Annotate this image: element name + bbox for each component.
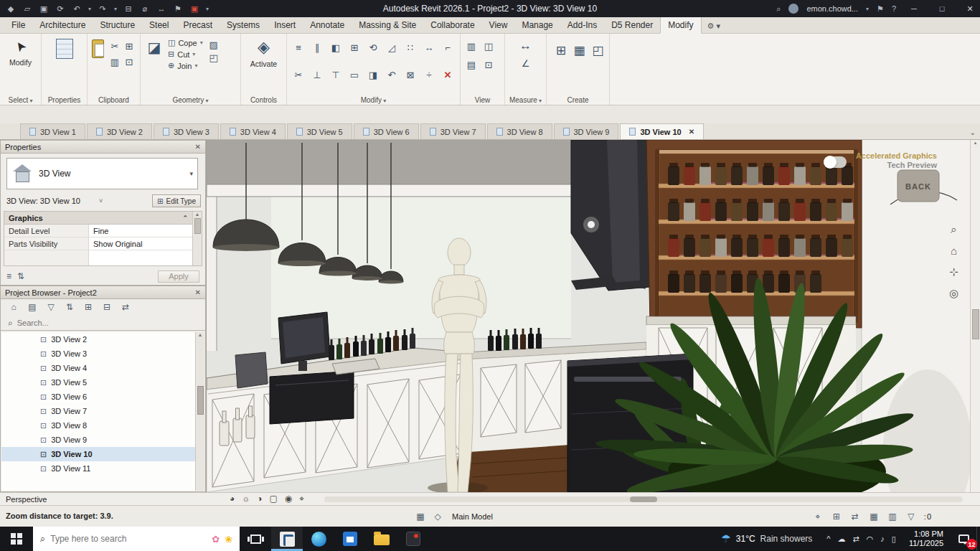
scroll-up-icon[interactable]: ▴ (974, 140, 977, 146)
design-options-icon[interactable]: ◇ (432, 511, 443, 522)
scrollbar-thumb[interactable] (972, 309, 979, 339)
tab-architecture[interactable]: Architecture (32, 17, 93, 33)
mirror-icon[interactable]: ◧ (327, 37, 344, 58)
tree-item[interactable]: ⊡3D View 4 (1, 361, 195, 375)
tab-modify[interactable]: Modify (660, 17, 701, 34)
account-dropdown-icon[interactable]: ▾ (866, 6, 869, 12)
scrollbar-thumb[interactable] (194, 218, 201, 234)
view-tab[interactable]: 3D View 2 (87, 123, 152, 139)
wifi-icon[interactable]: ◠ (867, 534, 874, 544)
battery-icon[interactable]: ▯ (892, 534, 896, 544)
unpin-icon[interactable]: ⊤ (327, 64, 344, 85)
move-icon[interactable]: ↔ (420, 37, 438, 58)
redo-dropdown-icon[interactable]: ▾ (114, 6, 117, 12)
remove-hidden-lines-icon[interactable]: ▤ (465, 58, 478, 71)
tag-icon[interactable]: ⚑ (173, 4, 183, 14)
scale-icon[interactable]: ◿ (383, 37, 400, 58)
tab-precast[interactable]: Precast (176, 17, 220, 33)
align-icon[interactable]: ≡ (290, 37, 307, 58)
properties-toggle-button[interactable] (42, 34, 87, 94)
create-group-icon[interactable]: ◰ (590, 41, 605, 60)
show-hidden-lines-icon[interactable]: ◫ (482, 39, 495, 52)
taskbar-app-edge[interactable] (303, 527, 334, 551)
close-icon[interactable]: ✕ (195, 288, 201, 296)
account-name[interactable]: emon.chowd... (806, 4, 858, 13)
demolish-icon[interactable]: ◰ (207, 51, 220, 64)
tab-collaborate[interactable]: Collaborate (423, 17, 481, 33)
select-underlay-icon[interactable]: ⊞ (831, 511, 842, 522)
task-view-button[interactable] (240, 527, 271, 551)
taskbar-app-explorer[interactable] (366, 527, 397, 551)
d5-sync-icon[interactable]: ▣ (189, 4, 199, 14)
accelerated-graphics-toggle[interactable] (824, 156, 847, 168)
qat-customize-icon[interactable]: ▾ (206, 6, 209, 12)
demolish-element-icon[interactable]: ⊠ (402, 64, 419, 85)
close-button[interactable]: ✕ (960, 0, 980, 17)
chevron-down-icon[interactable]: ▾ (189, 170, 193, 177)
select-links-icon[interactable]: ⌖ (812, 511, 824, 522)
tab-massing-site[interactable]: Massing & Site (352, 17, 423, 33)
taskbar-clock[interactable]: 1:08 PM 11/1/2025 (902, 527, 951, 551)
associate-params-icon[interactable]: ≡ (6, 271, 11, 281)
cut-geometry-icon[interactable]: ◪ (145, 38, 164, 57)
view-tab[interactable]: 3D View 7 (420, 123, 486, 139)
match-type-icon[interactable]: ▥ (108, 55, 121, 68)
sort-params-icon[interactable]: ⇅ (17, 271, 24, 281)
offset-icon[interactable]: ∥ (308, 37, 326, 58)
ribbon-options-icon[interactable]: ⚙ ▾ (707, 22, 720, 33)
pan-icon[interactable]: ⊹ (949, 265, 958, 278)
start-button[interactable] (0, 527, 33, 551)
divide-icon[interactable]: ÷ (420, 64, 438, 85)
properties-scrollbar[interactable]: ▲ (192, 212, 202, 265)
tab-file[interactable]: File (4, 17, 32, 33)
cut-icon[interactable]: ✂ (108, 39, 121, 52)
tab-manage[interactable]: Manage (514, 17, 560, 33)
maximize-button[interactable]: □ (932, 0, 952, 17)
undo-icon[interactable]: ↶ (72, 4, 82, 14)
view-tab[interactable]: 3D View 4 (220, 123, 286, 139)
taskbar-app-d5[interactable] (397, 527, 429, 551)
edit-type-button[interactable]: ⊞ Edit Type (152, 194, 201, 207)
type-selector[interactable]: 3D View ▾ (6, 158, 198, 189)
shadows-icon[interactable]: ◑ (257, 494, 262, 504)
apply-button[interactable]: Apply (158, 270, 199, 283)
wall-joins-icon[interactable]: ↶ (383, 64, 400, 85)
panel-label-measure[interactable]: Measure (505, 96, 546, 104)
measure-icon[interactable]: ⌀ (140, 4, 150, 14)
create-assembly-icon[interactable]: ▦ (573, 41, 587, 60)
collapse-all-icon[interactable]: ⊟ (101, 301, 113, 313)
view-tab[interactable]: 3D View 3 (154, 123, 219, 139)
tree-item[interactable]: ⊡3D View 7 (1, 404, 195, 418)
tree-item-selected[interactable]: ⊡3D View 10 (1, 447, 195, 461)
avatar[interactable] (788, 4, 798, 14)
collapse-icon[interactable]: ⌃ (182, 215, 188, 222)
tab-systems[interactable]: Systems (220, 17, 267, 33)
paste-icon[interactable] (92, 39, 104, 58)
onedrive-icon[interactable]: ☁ (837, 534, 845, 544)
tab-insert[interactable]: Insert (267, 17, 303, 33)
view-tab-active[interactable]: 3D View 10✕ (620, 123, 704, 139)
home-view-icon[interactable]: ⌂ (951, 245, 957, 257)
angular-dimension-icon[interactable]: ∠ (519, 57, 532, 70)
panel-label-select[interactable]: Select (0, 96, 41, 104)
scroll-up-icon[interactable]: ▲ (195, 212, 200, 217)
steering-wheel-icon[interactable]: ◎ (949, 287, 958, 300)
tree-item[interactable]: ⊡3D View 3 (1, 347, 195, 361)
app-logo-icon[interactable]: ◆ (6, 4, 16, 14)
view-tab[interactable]: 3D View 6 (354, 123, 419, 139)
volume-icon[interactable]: ♪ (880, 534, 885, 543)
tree-item[interactable]: ⊡3D View 5 (1, 375, 195, 390)
param-value[interactable]: Fine (89, 225, 192, 237)
sheets-icon[interactable]: ▤ (27, 301, 38, 313)
tab-d5-render[interactable]: D5 Render (604, 17, 660, 33)
select-by-face-icon[interactable]: ▦ (868, 511, 880, 522)
sort-icon[interactable]: ⇅ (64, 301, 75, 313)
tree-item[interactable]: ⊡3D View 9 (1, 433, 195, 447)
thin-lines-icon[interactable]: ▥ (465, 39, 478, 52)
reveal-hidden-icon[interactable]: ◉ (285, 494, 292, 504)
3d-scene[interactable]: BACK (207, 140, 970, 492)
view-tab[interactable]: 3D View 8 (487, 123, 552, 139)
tab-structure[interactable]: Structure (93, 17, 142, 33)
zoom-icon[interactable]: ⌕ (951, 223, 956, 236)
link-icon[interactable]: ⇄ (120, 301, 131, 313)
